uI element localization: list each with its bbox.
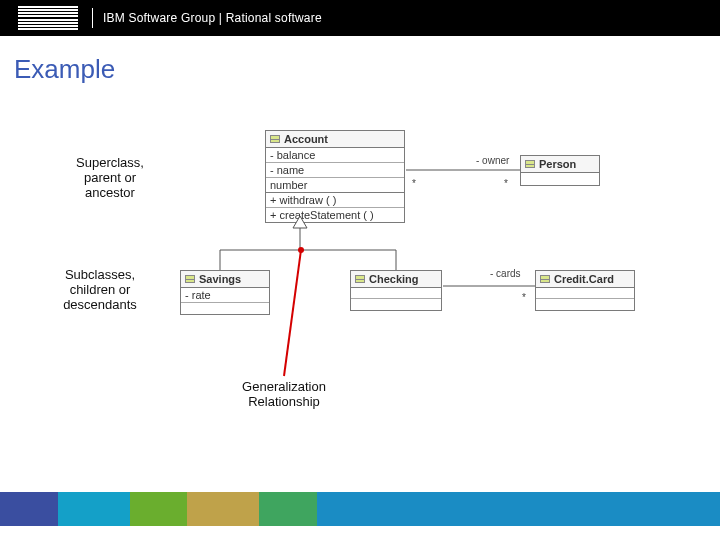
class-icon xyxy=(355,275,365,283)
assoc-mult-person: * xyxy=(504,178,508,189)
uml-title: Account xyxy=(266,131,404,148)
header-divider xyxy=(92,8,93,28)
uml-title: Person xyxy=(521,156,599,173)
uml-empty xyxy=(181,303,269,314)
annotation-superclass: Superclass, parent or ancestor xyxy=(60,156,160,201)
uml-empty xyxy=(521,173,599,185)
uml-op: + withdraw ( ) xyxy=(266,193,404,208)
uml-attr: number xyxy=(266,178,404,193)
annotation-generalization: Generalization Relationship xyxy=(214,380,354,410)
uml-class-savings: Savings - rate xyxy=(180,270,270,315)
class-icon xyxy=(540,275,550,283)
svg-point-8 xyxy=(298,247,304,253)
svg-line-7 xyxy=(284,250,301,376)
assoc-cards-label: - cards xyxy=(490,268,521,279)
uml-attr: - balance xyxy=(266,148,404,163)
uml-attr: - rate xyxy=(181,288,269,303)
assoc-owner-label: - owner xyxy=(476,155,509,166)
uml-empty xyxy=(351,299,441,310)
slide-title: Example xyxy=(14,54,115,85)
uml-title: Checking xyxy=(351,271,441,288)
class-icon xyxy=(270,135,280,143)
uml-title: Credit.Card xyxy=(536,271,634,288)
class-icon xyxy=(185,275,195,283)
assoc-mult-star: * xyxy=(522,292,526,303)
uml-empty xyxy=(351,288,441,299)
uml-class-checking: Checking xyxy=(350,270,442,311)
uml-class-creditcard: Credit.Card xyxy=(535,270,635,311)
uml-empty xyxy=(536,299,634,310)
assoc-mult-account: * xyxy=(412,178,416,189)
uml-name: Person xyxy=(539,158,576,170)
uml-attr: - name xyxy=(266,163,404,178)
uml-op: + createStatement ( ) xyxy=(266,208,404,222)
uml-name: Checking xyxy=(369,273,419,285)
uml-class-account: Account - balance - name number + withdr… xyxy=(265,130,405,223)
footer-band xyxy=(0,492,720,526)
uml-class-person: Person xyxy=(520,155,600,186)
uml-name: Credit.Card xyxy=(554,273,614,285)
class-icon xyxy=(525,160,535,168)
uml-name: Account xyxy=(284,133,328,145)
uml-name: Savings xyxy=(199,273,241,285)
header-title: IBM Software Group | Rational software xyxy=(103,11,322,25)
header-band: IBM Software Group | Rational software xyxy=(0,0,720,36)
uml-empty xyxy=(536,288,634,299)
annotation-subclasses: Subclasses, children or descendants xyxy=(50,268,150,313)
ibm-logo xyxy=(18,6,78,30)
uml-title: Savings xyxy=(181,271,269,288)
